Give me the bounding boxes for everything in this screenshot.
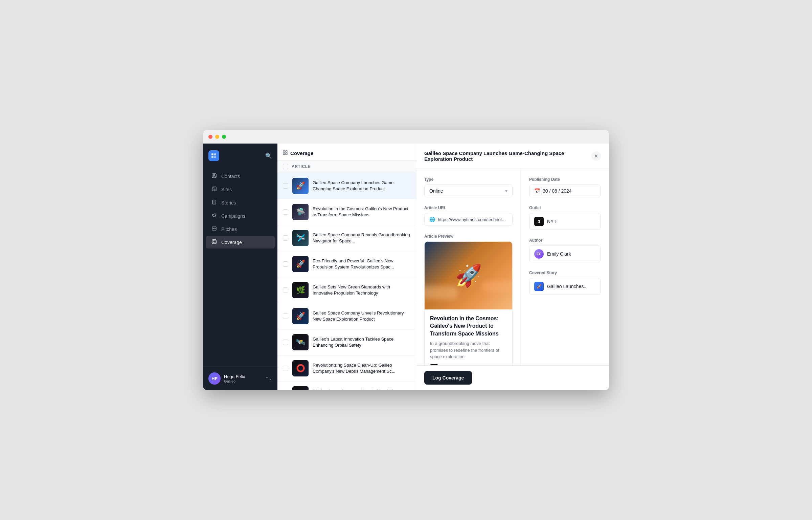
list-item[interactable]: ⭕ Revolutionizing Space Clean-Up: Galile… <box>277 355 416 382</box>
coverage-label: Coverage <box>221 240 242 245</box>
story-field: Covered Story 🚀 Galileo Launches... <box>529 270 601 295</box>
item-text: Galileo Sets New Green Standards with In… <box>313 284 410 296</box>
chevron-up-down-icon[interactable]: ⌃⌄ <box>265 376 272 381</box>
url-text: https://www.nytimes.com/technology/Revol… <box>438 217 508 222</box>
svg-rect-1 <box>214 153 216 155</box>
svg-rect-19 <box>283 153 285 155</box>
detail-panel: Galileo Space Company Launches Game-Chan… <box>416 144 609 390</box>
sidebar-nav: Contacts Sites Stories <box>203 167 277 367</box>
item-thumbnail: 🌿 <box>292 282 309 298</box>
svg-rect-0 <box>211 153 213 155</box>
item-thumbnail: 🛩️ <box>292 230 309 246</box>
list-item[interactable]: 🚀 Galileo Space Company Launches Game-Ch… <box>277 173 416 199</box>
item-checkbox[interactable] <box>283 313 288 319</box>
list-header: Coverage <box>277 144 416 160</box>
app-body: 🔍 Contacts Sites <box>203 144 609 390</box>
item-checkbox[interactable] <box>283 209 288 215</box>
maximize-window-btn[interactable] <box>222 135 226 139</box>
item-title: Eco-Friendly and Powerful: Galileo's New… <box>313 258 410 270</box>
globe-icon: 🌐 <box>429 217 435 222</box>
detail-header: Galileo Space Company Launches Game-Chan… <box>416 144 609 169</box>
item-thumbnail: 🚀 <box>292 256 309 272</box>
svg-rect-11 <box>212 227 216 230</box>
list-item[interactable]: 🚀 Eco-Friendly and Powerful: Galileo's N… <box>277 251 416 277</box>
coverage-icon <box>211 239 217 245</box>
article-preview: 🚀 Revolution in the Cosmos: Galileo's Ne… <box>424 241 513 365</box>
item-text: Galileo's Latest Innovation Tackles Spac… <box>313 336 410 348</box>
type-value: Online <box>429 188 443 194</box>
svg-rect-20 <box>286 153 287 155</box>
list-item[interactable]: 🚀 Galileo Space Company Unveils Revoluti… <box>277 382 416 390</box>
item-text: Revolution in the Cosmos: Galileo's New … <box>313 206 410 218</box>
user-info: Hugo Felix Galileo <box>224 374 262 383</box>
outlet-value: NYT <box>547 219 557 224</box>
sidebar-item-campaigns[interactable]: Campaigns <box>206 210 275 222</box>
article-preview-section: Article Preview 🚀 Revolution in the Cosm… <box>424 234 513 365</box>
story-label: Covered Story <box>529 270 601 275</box>
svg-point-5 <box>213 174 215 176</box>
close-window-btn[interactable] <box>208 135 212 139</box>
sidebar-item-coverage[interactable]: Coverage <box>206 236 275 248</box>
item-checkbox[interactable] <box>283 340 288 345</box>
item-checkbox[interactable] <box>283 261 288 267</box>
list-item[interactable]: 🛰️ Galileo's Latest Innovation Tackles S… <box>277 329 416 355</box>
svg-rect-12 <box>212 240 216 244</box>
search-icon[interactable]: 🔍 <box>265 153 272 159</box>
sidebar-item-pitches[interactable]: Pitches <box>206 223 275 235</box>
outlet-selector[interactable]: 𝕿 NYT <box>529 213 601 230</box>
sidebar-item-sites[interactable]: Sites <box>206 183 275 196</box>
item-text: Galileo Space Company Reveals Groundbrea… <box>313 232 410 244</box>
author-field: Author EC Emily Clark <box>529 238 601 262</box>
minimize-window-btn[interactable] <box>215 135 219 139</box>
date-picker[interactable]: 📅 30 / 08 / 2024 <box>529 185 601 197</box>
list-item[interactable]: 🚀 Galileo Space Company Unveils Revoluti… <box>277 303 416 329</box>
sidebar-footer: HF Hugo Felix Galileo ⌃⌄ <box>203 367 277 390</box>
pitches-icon <box>211 226 217 232</box>
list-panel: Coverage Article 🚀 Galileo Space Company… <box>277 144 416 390</box>
user-name: Hugo Felix <box>224 374 262 379</box>
list-item[interactable]: 🌿 Galileo Sets New Green Standards with … <box>277 277 416 303</box>
type-select[interactable]: Online ▾ <box>424 185 513 197</box>
detail-title: Galileo Space Company Launches Game-Chan… <box>424 150 586 162</box>
detail-body: Type Online ▾ Article URL 🌐 https://www.… <box>416 169 609 365</box>
stories-label: Stories <box>221 200 236 205</box>
svg-rect-16 <box>215 242 216 243</box>
list-panel-title: Coverage <box>290 150 313 156</box>
item-checkbox[interactable] <box>283 183 288 189</box>
list-item[interactable]: 🛩️ Galileo Space Company Reveals Groundb… <box>277 225 416 251</box>
detail-footer: Log Coverage <box>416 365 609 390</box>
svg-rect-18 <box>286 151 287 152</box>
preview-image: 🚀 <box>425 242 512 309</box>
story-selector[interactable]: 🚀 Galileo Launches... <box>529 278 601 295</box>
close-detail-button[interactable]: ✕ <box>591 151 601 161</box>
item-text: Galileo Space Company Unveils Revolution… <box>313 310 410 322</box>
url-input[interactable]: 🌐 https://www.nytimes.com/technology/Rev… <box>424 213 513 226</box>
sidebar-item-stories[interactable]: Stories <box>206 196 275 209</box>
author-selector[interactable]: EC Emily Clark <box>529 245 601 262</box>
stories-icon <box>211 200 217 205</box>
detail-sidebar: Publishing Date 📅 30 / 08 / 2024 Outlet … <box>521 169 609 365</box>
item-title: Revolution in the Cosmos: Galileo's New … <box>313 206 410 218</box>
sidebar-top: 🔍 <box>203 144 277 167</box>
item-title: Galileo Sets New Green Standards with In… <box>313 284 410 296</box>
item-title: Galileo Space Company Unveils Revolution… <box>313 388 410 390</box>
item-checkbox[interactable] <box>283 287 288 293</box>
item-text: Eco-Friendly and Powerful: Galileo's New… <box>313 258 410 270</box>
coverage-header-icon <box>283 150 288 156</box>
svg-rect-2 <box>211 156 213 158</box>
svg-rect-9 <box>214 190 216 190</box>
svg-rect-13 <box>213 240 214 241</box>
sites-icon <box>211 187 217 192</box>
sidebar-item-contacts[interactable]: Contacts <box>206 170 275 182</box>
item-thumbnail: ⭕ <box>292 360 309 376</box>
url-field: Article URL 🌐 https://www.nytimes.com/te… <box>424 205 513 226</box>
list-item[interactable]: 🛸 Revolution in the Cosmos: Galileo's Ne… <box>277 199 416 225</box>
svg-rect-8 <box>213 190 213 190</box>
log-coverage-button[interactable]: Log Coverage <box>424 371 472 385</box>
item-checkbox[interactable] <box>283 366 288 371</box>
item-checkbox[interactable] <box>283 235 288 241</box>
select-all-checkbox[interactable] <box>283 164 288 169</box>
item-title: Galileo Space Company Reveals Groundbrea… <box>313 232 410 244</box>
svg-rect-17 <box>283 151 285 152</box>
author-value: Emily Clark <box>547 251 571 257</box>
